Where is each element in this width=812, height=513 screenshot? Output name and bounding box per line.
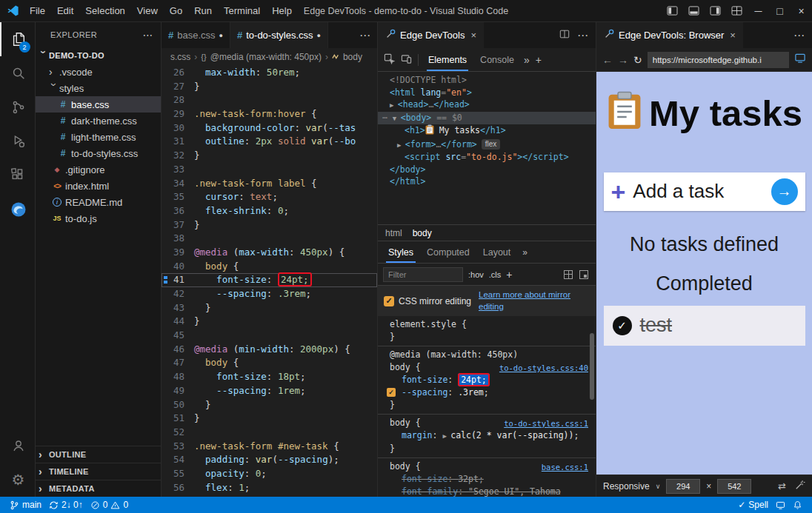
code-line-26[interactable]: 26 max-width: 50rem; bbox=[162, 66, 377, 80]
tool-tab-console[interactable]: Console bbox=[476, 48, 518, 71]
code-line-37[interactable]: 37} bbox=[162, 218, 377, 232]
mirror-editing-link[interactable]: Learn more about mirror editing bbox=[479, 289, 590, 312]
notifications-button[interactable] bbox=[789, 497, 806, 513]
activity-search[interactable] bbox=[0, 56, 36, 90]
screencast-status[interactable] bbox=[772, 497, 789, 513]
activity-run-debug[interactable] bbox=[0, 124, 36, 158]
code-line-48[interactable]: 48 font-size: 18pt; bbox=[162, 370, 377, 384]
crumb-body[interactable]: body bbox=[413, 228, 432, 238]
spell-checker-status[interactable]: ✓ Spell bbox=[734, 497, 772, 513]
property-checkbox[interactable]: ✓ bbox=[387, 388, 396, 397]
dom-node[interactable]: <html lang="en"> bbox=[378, 87, 596, 99]
tab-computed[interactable]: Computed bbox=[422, 241, 474, 263]
section-metadata[interactable]: › METADATA bbox=[36, 480, 161, 497]
dom-node[interactable]: </body> bbox=[378, 164, 596, 176]
style-line[interactable]: margin: ▶ calc(2 * var(--spacing)); bbox=[382, 429, 591, 443]
dom-node[interactable]: <!DOCTYPE html> bbox=[378, 74, 596, 87]
code-editor[interactable]: 26 max-width: 50rem;27}2829.new-task-for… bbox=[162, 66, 377, 497]
file-item-light-theme.css[interactable]: #light-theme.css bbox=[36, 129, 161, 145]
activity-accounts[interactable] bbox=[0, 429, 36, 463]
style-line[interactable]: } bbox=[382, 443, 591, 455]
viewport-height-input[interactable] bbox=[717, 479, 751, 494]
rotate-viewport-icon[interactable]: ⇄ bbox=[778, 480, 786, 492]
code-line-40[interactable]: 40 body { bbox=[162, 260, 377, 274]
tab-edge-devtools-browser[interactable]: Edge DevTools: Browser × bbox=[596, 22, 743, 48]
close-button[interactable]: × bbox=[791, 0, 812, 21]
new-rule-icon[interactable]: + bbox=[506, 269, 512, 281]
pseudo-states-button[interactable]: :hov bbox=[468, 270, 484, 279]
style-line[interactable]: font-family: "Segoe UI", Tahoma bbox=[382, 486, 591, 497]
activity-edge-devtools[interactable] bbox=[0, 192, 36, 227]
reload-icon[interactable]: ↻ bbox=[633, 54, 642, 66]
code-line-47[interactable]: 47 body { bbox=[162, 356, 377, 370]
code-line-28[interactable]: 28 bbox=[162, 93, 377, 107]
code-line-56[interactable]: 56 flex: 1; bbox=[162, 481, 377, 495]
dom-node[interactable]: ⋯ ▼ <body> == $0 bbox=[378, 112, 596, 125]
style-line[interactable]: } bbox=[382, 331, 591, 343]
folder-item-styles[interactable]: ›styles bbox=[36, 80, 161, 96]
close-icon[interactable]: × bbox=[730, 30, 736, 41]
toggle-panel-icon[interactable] bbox=[683, 0, 705, 21]
activity-explorer[interactable]: 2 bbox=[0, 22, 36, 56]
more-actions-icon[interactable]: ⋯ bbox=[793, 29, 805, 42]
file-item-to-do-styles.css[interactable]: #to-do-styles.css bbox=[36, 145, 161, 161]
class-toggle-button[interactable]: .cls bbox=[489, 270, 502, 279]
tab-to-do-styles-css[interactable]: # to-do-styles.css ● bbox=[230, 22, 328, 48]
code-line-51[interactable]: 51} bbox=[162, 412, 377, 426]
inspect-icon[interactable] bbox=[384, 53, 395, 67]
code-line-49[interactable]: 49 --spacing: 1rem; bbox=[162, 384, 377, 398]
branch-indicator[interactable]: main bbox=[6, 497, 45, 513]
tab-base-css[interactable]: # base.css ● bbox=[162, 22, 230, 48]
grid-overlay-icon[interactable] bbox=[564, 270, 573, 279]
stylesheet-link[interactable]: to-do-styles.css:1 bbox=[504, 418, 588, 430]
style-line[interactable]: body {to-do-styles.css:1 bbox=[382, 417, 591, 429]
style-line[interactable]: } bbox=[382, 399, 591, 412]
device-emulation-icon[interactable] bbox=[401, 53, 412, 67]
menu-run[interactable]: Run bbox=[188, 5, 218, 16]
style-line[interactable]: font-size: 32pt; bbox=[382, 473, 591, 486]
more-actions-icon[interactable]: ⋯ bbox=[577, 29, 588, 42]
completed-task-item[interactable]: ✓ test bbox=[604, 306, 805, 346]
workspace-root[interactable]: › DEMO-TO-DO bbox=[36, 47, 161, 64]
section-timeline[interactable]: › TIMELINE bbox=[36, 463, 161, 480]
breadcrumb-selector[interactable]: body bbox=[343, 52, 362, 62]
breadcrumb-rule[interactable]: @media (max-width: 450px) bbox=[210, 52, 322, 62]
menu-terminal[interactable]: Terminal bbox=[218, 5, 266, 16]
toggle-primary-sidebar-icon[interactable] bbox=[662, 0, 683, 21]
activity-extensions[interactable] bbox=[0, 158, 36, 192]
activity-settings[interactable]: ⚙ bbox=[0, 463, 36, 497]
file-item-README.md[interactable]: iREADME.md bbox=[36, 194, 161, 210]
folder-item-.vscode[interactable]: ›.vscode bbox=[36, 64, 161, 80]
file-item-base.css[interactable]: #base.css bbox=[36, 96, 161, 113]
stylesheet-link[interactable]: to-do-styles.css:40 bbox=[499, 362, 588, 375]
stylesheet-link[interactable]: base.css:1 bbox=[542, 461, 588, 474]
code-line-44[interactable]: 44} bbox=[162, 315, 377, 329]
file-item-.gitignore[interactable]: ◆.gitignore bbox=[36, 161, 161, 178]
dom-node[interactable]: <script src="to-do.js"></script> bbox=[378, 151, 596, 164]
forward-icon[interactable]: → bbox=[618, 54, 628, 66]
styles-filter-input[interactable] bbox=[383, 267, 463, 282]
activity-source-control[interactable] bbox=[0, 90, 36, 124]
dom-node[interactable]: ▶ <head>…</head> bbox=[378, 98, 596, 112]
menu-view[interactable]: View bbox=[131, 5, 164, 16]
code-line-46[interactable]: 46@media (min-width: 2000px) { bbox=[162, 343, 377, 357]
style-line[interactable]: body {base.css:1 bbox=[382, 460, 591, 473]
tab-edge-devtools[interactable]: Edge DevTools × bbox=[378, 22, 484, 48]
code-line-30[interactable]: 30 background-color: var(--tas bbox=[162, 121, 377, 135]
code-line-31[interactable]: 31 outline: 2px solid var(--bo bbox=[162, 135, 377, 149]
customize-layout-icon[interactable] bbox=[726, 0, 748, 21]
code-line-36[interactable]: 36 flex-shrink: 0; bbox=[162, 204, 377, 218]
dom-node[interactable]: </html> bbox=[378, 175, 596, 188]
minimize-button[interactable]: ─ bbox=[748, 0, 769, 21]
style-line[interactable]: font-size: 24pt; bbox=[382, 374, 591, 386]
tab-layout[interactable]: Layout bbox=[479, 241, 516, 263]
code-line-43[interactable]: 43 } bbox=[162, 301, 377, 315]
code-line-53[interactable]: 53.new-task-form #new-task { bbox=[162, 440, 377, 454]
code-line-35[interactable]: 35 cursor: text; bbox=[162, 190, 377, 204]
mirror-editing-checkbox[interactable]: ✓ bbox=[384, 296, 394, 306]
code-line-50[interactable]: 50 } bbox=[162, 398, 377, 412]
tool-tab-elements[interactable]: Elements bbox=[425, 48, 470, 71]
file-item-index.html[interactable]: <>index.html bbox=[36, 178, 161, 194]
style-line[interactable]: element.style { bbox=[382, 318, 591, 331]
file-item-to-do.js[interactable]: JSto-do.js bbox=[36, 210, 161, 227]
